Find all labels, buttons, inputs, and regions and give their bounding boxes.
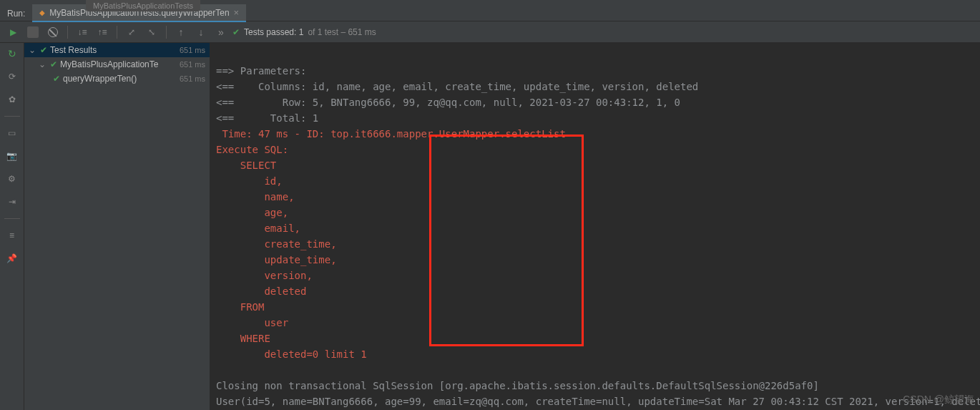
- tree-class-time: 651 ms: [180, 60, 205, 69]
- console-line: deleted: [216, 285, 313, 297]
- rerun-icon[interactable]: ↻: [6, 47, 19, 60]
- check-icon: ✔: [50, 59, 57, 69]
- toolbar-separator: [117, 26, 117, 39]
- console-line: <== Row: 5, BNTang6666, 99, zq@qq.com, n…: [216, 97, 680, 108]
- console-line: update_time,: [216, 254, 337, 265]
- console-line: ==> Parameters:: [216, 65, 313, 77]
- prev-fail-button[interactable]: ↑: [172, 24, 190, 41]
- import-icon[interactable]: ⇥: [6, 195, 19, 208]
- collapse-all-button[interactable]: ⤡: [143, 24, 160, 41]
- tests-passed-count: Tests passed: 1: [244, 27, 303, 37]
- console-line: deleted=0 limit 1: [216, 348, 367, 360]
- console-line: id,: [216, 175, 283, 187]
- console-line: Execute SQL:: [216, 144, 288, 155]
- chevron-down-icon: ⌄: [29, 45, 37, 55]
- console-line: <== Total: 1: [216, 112, 318, 124]
- console-line: User(id=5, name=BNTang6666, age=99, emai…: [216, 396, 980, 407]
- left-action-gutter: ↻ ⟳ ✿ ▭ 📷 ⚙ ⇥ ≡ 📌: [0, 43, 24, 410]
- tree-root-time: 651 ms: [180, 46, 205, 54]
- console-line: email,: [216, 223, 300, 234]
- tree-root-row[interactable]: ⌄ ✔ Test Results 651 ms: [24, 43, 210, 57]
- toolbar-separator: [166, 26, 167, 39]
- console-line: SELECT: [216, 160, 276, 171]
- close-icon[interactable]: ×: [234, 7, 240, 18]
- tree-method-time: 651 ms: [180, 74, 205, 83]
- expand-all-button[interactable]: ⤢: [123, 24, 140, 41]
- rerun-button[interactable]: ▶: [4, 24, 21, 41]
- more-button[interactable]: »: [212, 24, 230, 41]
- console-line: FROM: [216, 301, 264, 313]
- layout-icon[interactable]: ≡: [6, 229, 19, 242]
- main-area: ↻ ⟳ ✿ ▭ 📷 ⚙ ⇥ ≡ 📌 ⌄ ✔ Test Results 651 m…: [0, 43, 980, 410]
- console-line: Time: 47 ms - ID: top.it6666.mapper.User…: [216, 128, 566, 140]
- test-tree-panel: ⌄ ✔ Test Results 651 ms ⌄ ✔ MyBatisPlusA…: [24, 43, 210, 410]
- gear-icon[interactable]: ⚙: [6, 172, 19, 185]
- toggle-auto-test-icon[interactable]: ⟳: [6, 70, 19, 83]
- gutter-separator: [4, 218, 20, 219]
- stop-all-button[interactable]: [44, 24, 62, 41]
- highlight-box: [429, 135, 584, 346]
- settings-icon[interactable]: ✿: [6, 93, 19, 106]
- background-tab-hint: MyBatisPlusApplicationTests: [86, 0, 200, 11]
- chevron-down-icon: ⌄: [39, 59, 47, 69]
- show-passed-button[interactable]: ↓≡: [74, 24, 91, 41]
- console-line: age,: [216, 207, 288, 218]
- gutter-separator: [4, 116, 20, 117]
- tests-status: ✔ Tests passed: 1 of 1 test – 651 ms: [232, 27, 376, 37]
- tree-method-row[interactable]: ✔ queryWrapperTen() 651 ms: [24, 72, 210, 86]
- tree-class-row[interactable]: ⌄ ✔ MyBatisPlusApplicationTe 651 ms: [24, 57, 210, 72]
- console-line: user: [216, 317, 295, 328]
- console-line: WHERE: [216, 333, 270, 344]
- console-output[interactable]: ==> Parameters: <== Columns: id, name, a…: [210, 43, 980, 410]
- history-icon[interactable]: ▭: [6, 127, 19, 140]
- toolbar-separator: [67, 26, 68, 39]
- check-icon: ✔: [40, 45, 47, 55]
- console-line: version,: [216, 270, 313, 281]
- tests-total-text: of 1 test – 651 ms: [308, 27, 376, 37]
- check-icon: ✔: [53, 74, 60, 84]
- next-fail-button[interactable]: ↓: [192, 24, 210, 41]
- tree-root-label: Test Results: [50, 45, 177, 55]
- watermark: CSDN @鲸望海: [903, 391, 974, 407]
- show-ignored-button[interactable]: ↑≡: [94, 24, 111, 41]
- console-line: <== Columns: id, name, age, email, creat…: [216, 81, 698, 92]
- run-config-icon: ◆: [39, 9, 45, 16]
- check-icon: ✔: [232, 27, 240, 37]
- stop-button[interactable]: [24, 24, 41, 41]
- test-toolbar: ▶ ↓≡ ↑≡ ⤢ ⤡ ↑ ↓ » ✔ Tests passed: 1 of 1…: [0, 21, 980, 43]
- console-line: name,: [216, 191, 295, 202]
- pin-icon[interactable]: 📌: [6, 252, 19, 265]
- tree-class-label: MyBatisPlusApplicationTe: [60, 59, 177, 69]
- console-line: create_time,: [216, 238, 337, 250]
- export-icon[interactable]: 📷: [6, 150, 19, 162]
- console-line: Closing non transactional SqlSession [or…: [216, 380, 819, 391]
- tree-method-label: queryWrapperTen(): [63, 74, 177, 84]
- run-label: Run:: [0, 9, 32, 19]
